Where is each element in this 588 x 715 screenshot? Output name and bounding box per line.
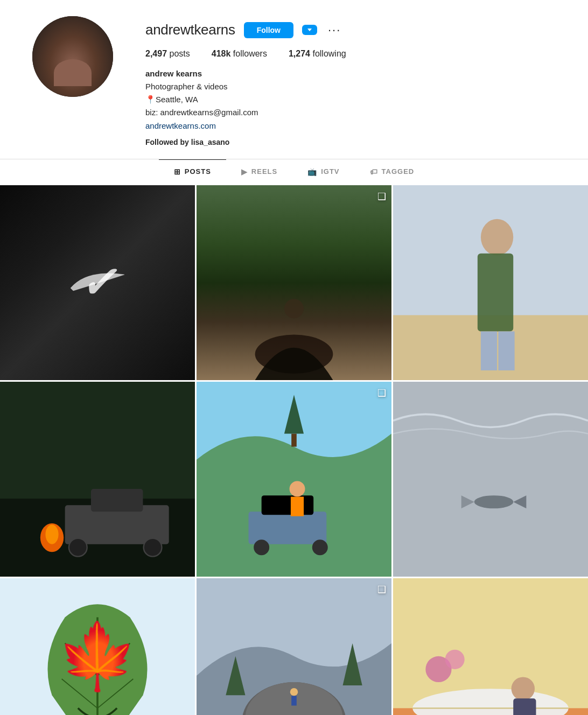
profile-header-row: andrewtkearns Follow ··· xyxy=(145,22,566,38)
posts-stat: 2,497 posts xyxy=(145,49,190,59)
grid-item-6[interactable] xyxy=(393,382,588,577)
mountain-car-svg xyxy=(197,382,391,577)
grid-item-4[interactable] xyxy=(0,382,195,577)
multi-post-icon-8: ❑ xyxy=(377,584,386,595)
nike-swoosh-svg xyxy=(65,267,130,299)
svg-rect-18 xyxy=(291,434,297,447)
post-underwater-image xyxy=(393,382,588,577)
avatar xyxy=(32,16,113,97)
svg-line-30 xyxy=(97,643,130,676)
svg-point-4 xyxy=(481,219,513,256)
chevron-down-icon xyxy=(307,29,312,31)
svg-point-21 xyxy=(254,539,269,555)
svg-rect-45 xyxy=(513,698,536,715)
svg-rect-25 xyxy=(393,382,588,577)
grid-item-3[interactable] xyxy=(393,185,588,380)
more-options-button[interactable]: ··· xyxy=(326,23,343,37)
dropdown-button[interactable] xyxy=(302,25,317,35)
post-cave-image xyxy=(197,185,391,380)
followers-count: 418k xyxy=(212,49,231,58)
post-truck-image xyxy=(0,382,195,577)
tab-reels[interactable]: ▶ REELS xyxy=(226,159,292,184)
tab-tagged-label: TAGGED xyxy=(382,167,415,176)
avatar-face xyxy=(32,16,113,97)
grid-item-5[interactable]: ❑ xyxy=(197,382,391,577)
post-boulders-image xyxy=(197,578,391,715)
tab-igtv[interactable]: 📺 IGTV xyxy=(292,159,354,184)
post-mountain-car-image xyxy=(197,382,391,577)
followers-label: followers xyxy=(233,49,267,58)
post-person-image xyxy=(393,185,588,380)
leaf-svg xyxy=(0,578,195,715)
profile-info: andrewtkearns Follow ··· 2,497 posts 418… xyxy=(145,16,566,148)
svg-rect-39 xyxy=(291,696,297,705)
following-count: 1,274 xyxy=(289,49,310,58)
svg-point-44 xyxy=(512,677,535,700)
svg-rect-6 xyxy=(481,331,497,370)
post-leaf-image xyxy=(0,578,195,715)
svg-point-23 xyxy=(290,481,305,497)
svg-point-14 xyxy=(69,538,87,557)
tab-reels-label: REELS xyxy=(251,167,277,176)
posts-tab-icon: ⊞ xyxy=(174,167,181,176)
stats-row: 2,497 posts 418k followers 1,274 followi… xyxy=(145,49,566,59)
truck-svg xyxy=(0,382,195,577)
cave-svg xyxy=(197,185,391,380)
person-svg xyxy=(393,185,588,380)
svg-rect-19 xyxy=(249,511,327,544)
tab-tagged[interactable]: 🏷 TAGGED xyxy=(355,159,430,184)
surfboard-svg xyxy=(393,578,588,715)
svg-rect-7 xyxy=(498,331,514,370)
post-surfboard-image xyxy=(393,578,588,715)
profile-section: andrewtkearns Follow ··· 2,497 posts 418… xyxy=(0,0,588,159)
svg-rect-5 xyxy=(478,254,513,332)
follow-button[interactable]: Follow xyxy=(244,22,293,38)
multi-post-icon-2: ❑ xyxy=(377,191,386,202)
tagged-tab-icon: 🏷 xyxy=(370,167,378,176)
following-stat: 1,274 following xyxy=(289,49,346,59)
posts-count: 2,497 xyxy=(145,49,167,58)
grid-item-7[interactable] xyxy=(0,578,195,715)
svg-line-29 xyxy=(65,643,97,676)
followed-by-label: Followed by xyxy=(145,138,189,146)
svg-point-11 xyxy=(45,524,58,544)
username: andrewtkearns xyxy=(145,22,235,38)
grid-item-9[interactable] xyxy=(393,578,588,715)
post-nike-image xyxy=(0,185,195,380)
svg-point-15 xyxy=(144,538,162,557)
bio-biz: biz: andrewtkearns@gmail.com xyxy=(145,106,566,119)
svg-point-26 xyxy=(474,495,513,508)
grid-item-2[interactable]: ❑ xyxy=(197,185,391,380)
underwater-svg xyxy=(393,382,588,577)
igtv-tab-icon: 📺 xyxy=(307,167,317,176)
svg-rect-20 xyxy=(262,495,314,515)
grid-item-1[interactable] xyxy=(0,185,195,380)
bio-section: andrew kearns Photographer & videos 📍Sea… xyxy=(145,67,566,148)
posts-grid: ❑ xyxy=(0,184,588,715)
bio-tagline: Photographer & videos xyxy=(145,80,566,93)
bio-location: 📍Seattle, WA xyxy=(145,93,566,106)
tab-posts-label: POSTS xyxy=(185,167,211,176)
svg-rect-24 xyxy=(291,497,304,516)
bio-name: andrew kearns xyxy=(145,67,566,80)
reels-tab-icon: ▶ xyxy=(241,167,248,176)
tab-posts[interactable]: ⊞ POSTS xyxy=(159,159,226,184)
avatar-wrapper xyxy=(32,16,113,97)
svg-point-1 xyxy=(284,299,304,318)
grid-item-8[interactable]: ❑ xyxy=(197,578,391,715)
tab-igtv-label: IGTV xyxy=(321,167,339,176)
following-label: following xyxy=(312,49,346,58)
svg-point-22 xyxy=(312,539,328,555)
multi-post-icon-5: ❑ xyxy=(377,387,386,399)
svg-rect-13 xyxy=(91,489,143,511)
posts-label: posts xyxy=(170,49,190,58)
svg-point-38 xyxy=(290,688,298,696)
followed-by: Followed by lisa_asano xyxy=(145,136,566,148)
svg-point-47 xyxy=(445,650,465,669)
boulders-svg xyxy=(197,578,391,715)
profile-tabs: ⊞ POSTS ▶ REELS 📺 IGTV 🏷 TAGGED xyxy=(0,159,588,184)
bio-website[interactable]: andrewtkearns.com xyxy=(145,121,216,130)
followed-by-user[interactable]: lisa_asano xyxy=(191,138,230,146)
followers-stat: 418k followers xyxy=(212,49,267,59)
